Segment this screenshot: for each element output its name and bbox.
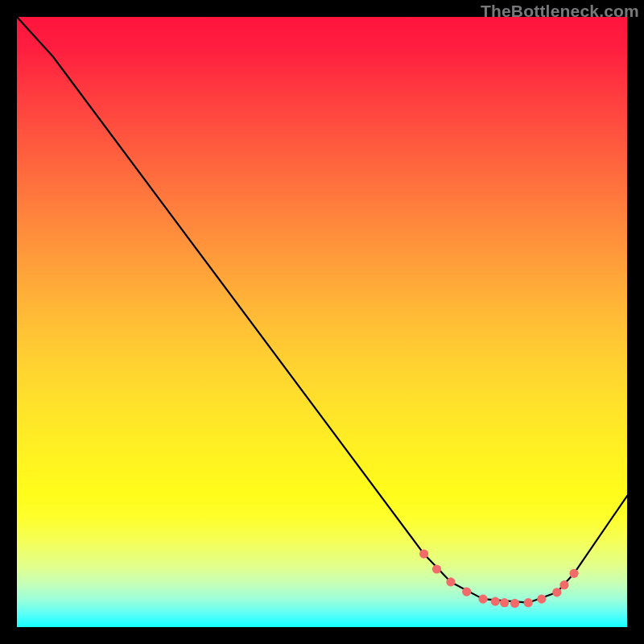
data-point [462, 587, 471, 596]
data-point [432, 564, 441, 573]
plot-area [17, 17, 627, 627]
data-point [446, 577, 455, 586]
dots-layer [419, 549, 579, 608]
chart-stage: TheBottleneck.com [0, 0, 644, 644]
data-point [537, 595, 546, 604]
data-point [559, 580, 568, 589]
curve-layer [17, 17, 627, 603]
data-point [419, 549, 428, 558]
data-point [569, 569, 578, 578]
data-point [491, 597, 500, 606]
chart-svg [17, 17, 627, 627]
data-point [552, 588, 561, 597]
data-point [524, 598, 533, 607]
data-point [500, 598, 509, 607]
data-point [510, 599, 519, 608]
curve-path [17, 17, 627, 603]
data-point [479, 595, 488, 604]
